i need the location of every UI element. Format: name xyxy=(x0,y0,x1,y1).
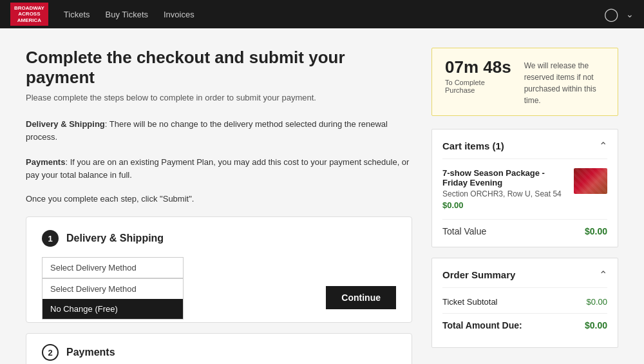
page-subtitle: Please complete the steps below to compl… xyxy=(26,93,412,102)
cart-item-price: $0.00 xyxy=(442,200,566,210)
continue-button[interactable]: Continue xyxy=(326,286,396,309)
navbar-right: ◯ ⌄ xyxy=(604,6,634,22)
navbar: BROADWAY ACROSS AMERICA Tickets Buy Tick… xyxy=(0,0,644,28)
right-panel: 07m 48s To Complete Purchase We will rel… xyxy=(431,48,618,364)
order-summary-card: Order Summary ⌃ Ticket Subtotal $0.00 To… xyxy=(431,258,618,348)
left-panel: Complete the checkout and submit your pa… xyxy=(26,48,412,364)
user-icon[interactable]: ◯ xyxy=(604,6,618,22)
info-delivery-label: Delivery & Shipping xyxy=(26,119,105,129)
step2-title: Payments xyxy=(66,347,115,358)
summary-subtotal-row: Ticket Subtotal $0.00 xyxy=(442,297,607,307)
cart-total-value: $0.00 xyxy=(585,226,607,236)
step1-title: Delivery & Shipping xyxy=(66,233,164,244)
summary-total-label: Total Amount Due: xyxy=(442,320,522,330)
summary-subtotal-value: $0.00 xyxy=(586,297,607,307)
cart-card: Cart items (1) ⌃ 7-show Season Package -… xyxy=(431,129,618,247)
logo[interactable]: BROADWAY ACROSS AMERICA xyxy=(10,3,48,26)
nav-buy-tickets[interactable]: Buy Tickets xyxy=(106,10,148,19)
cart-title: Cart items (1) xyxy=(442,140,504,151)
main-container: Complete the checkout and submit your pa… xyxy=(0,28,644,364)
timer-box: 07m 48s To Complete Purchase We will rel… xyxy=(431,48,618,116)
dropdown-option-nochange[interactable]: No Change (Free) xyxy=(43,299,183,319)
cart-item: 7-show Season Package - Friday Evening S… xyxy=(442,168,607,210)
timer-label: To Complete Purchase xyxy=(445,79,511,94)
cart-total-label: Total Value xyxy=(442,226,486,236)
cart-item-thumbnail xyxy=(574,168,607,194)
delivery-dropdown-trigger[interactable]: Select Delivery Method xyxy=(42,257,184,278)
delivery-dropdown-wrapper: Select Delivery Method Select Delivery M… xyxy=(42,257,184,278)
dropdown-option-default[interactable]: Select Delivery Method xyxy=(43,279,183,299)
summary-total-value: $0.00 xyxy=(585,320,607,330)
chevron-down-icon[interactable]: ⌄ xyxy=(626,9,634,19)
summary-subtotal-label: Ticket Subtotal xyxy=(442,297,498,307)
cart-item-name: 7-show Season Package - Friday Evening xyxy=(442,168,566,187)
nav-invoices[interactable]: Invoices xyxy=(164,10,194,19)
summary-collapse-icon[interactable]: ⌃ xyxy=(599,269,607,281)
cart-collapse-icon[interactable]: ⌃ xyxy=(599,140,607,152)
step1-number: 1 xyxy=(42,230,59,247)
nav-tickets[interactable]: Tickets xyxy=(64,10,90,19)
cart-item-detail: Section ORCHR3, Row U, Seat 54 xyxy=(442,189,566,198)
info-payments-label: Payments xyxy=(26,157,65,167)
info-delivery-block: Delivery & Shipping: There will be no ch… xyxy=(26,118,412,143)
timer-time: 07m 48s xyxy=(445,57,511,77)
timer-info: 07m 48s To Complete Purchase xyxy=(445,57,511,94)
timer-note: We will release the reserved items if no… xyxy=(524,57,605,106)
cart-total-row: Total Value $0.00 xyxy=(442,219,607,236)
summary-header: Order Summary ⌃ xyxy=(442,269,607,288)
step2-number: 2 xyxy=(42,344,59,361)
cart-item-info: 7-show Season Package - Friday Evening S… xyxy=(442,168,566,210)
cart-header: Cart items (1) ⌃ xyxy=(442,140,607,159)
step1-card: 1 Delivery & Shipping Select Delivery Me… xyxy=(26,216,412,323)
step1-header: 1 Delivery & Shipping xyxy=(42,230,396,247)
info-payments-text: : If you are on an existing Payment Plan… xyxy=(26,157,409,180)
page-title: Complete the checkout and submit your pa… xyxy=(26,48,412,88)
instruction-text: Once you complete each step, click "Subm… xyxy=(26,194,412,204)
delivery-dropdown-menu: Select Delivery Method No Change (Free) xyxy=(42,278,184,320)
step2-card: 2 Payments xyxy=(26,333,412,364)
info-payments-block: Payments: If you are on an existing Paym… xyxy=(26,156,412,181)
summary-title: Order Summary xyxy=(442,269,515,280)
summary-total-row: Total Amount Due: $0.00 xyxy=(442,313,607,330)
nav-links: Tickets Buy Tickets Invoices xyxy=(64,10,194,19)
